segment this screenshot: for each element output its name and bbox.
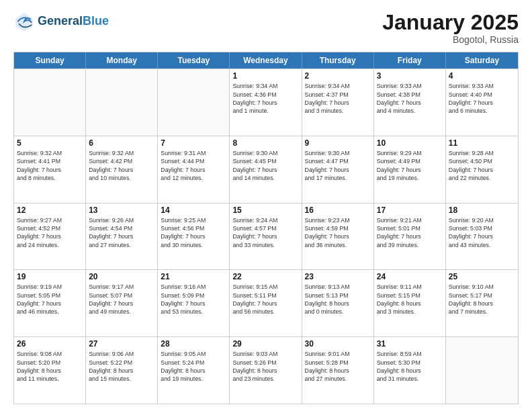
day-info: Sunrise: 9:28 AM Sunset: 4:50 PM Dayligh… (449, 149, 515, 182)
calendar-week-row: 5Sunrise: 9:32 AM Sunset: 4:41 PM Daylig… (14, 136, 518, 203)
day-of-week-header: Friday (374, 52, 446, 68)
calendar-header: SundayMondayTuesdayWednesdayThursdayFrid… (14, 52, 518, 68)
title-block: January 2025 Bogotol, Russia (382, 11, 519, 45)
day-number: 20 (89, 272, 154, 281)
calendar-cell: 10Sunrise: 9:29 AM Sunset: 4:49 PM Dayli… (374, 136, 446, 203)
day-number: 9 (305, 138, 371, 148)
day-number: 6 (89, 138, 154, 148)
day-number: 25 (449, 272, 515, 281)
day-info: Sunrise: 9:30 AM Sunset: 4:47 PM Dayligh… (305, 149, 371, 182)
calendar-cell: 11Sunrise: 9:28 AM Sunset: 4:50 PM Dayli… (446, 136, 518, 203)
day-number: 19 (17, 272, 83, 281)
day-number: 23 (305, 272, 371, 281)
day-info: Sunrise: 9:11 AM Sunset: 5:15 PM Dayligh… (377, 283, 443, 316)
calendar-cell: 16Sunrise: 9:23 AM Sunset: 4:59 PM Dayli… (302, 203, 374, 270)
calendar-cell: 4Sunrise: 9:33 AM Sunset: 4:40 PM Daylig… (446, 69, 518, 136)
day-of-week-header: Sunday (14, 52, 86, 68)
day-info: Sunrise: 9:26 AM Sunset: 4:54 PM Dayligh… (89, 216, 154, 249)
day-info: Sunrise: 9:05 AM Sunset: 5:24 PM Dayligh… (161, 350, 226, 383)
header: GeneralBlue January 2025 Bogotol, Russia (13, 11, 519, 45)
calendar-cell: 2Sunrise: 9:34 AM Sunset: 4:37 PM Daylig… (302, 69, 374, 136)
calendar: SundayMondayTuesdayWednesdayThursdayFrid… (13, 52, 519, 404)
logo-line1: GeneralBlue (38, 15, 109, 28)
calendar-cell: 19Sunrise: 9:19 AM Sunset: 5:05 PM Dayli… (14, 270, 86, 336)
calendar-cell: 3Sunrise: 9:33 AM Sunset: 4:38 PM Daylig… (374, 69, 446, 136)
day-number: 11 (449, 138, 515, 148)
day-info: Sunrise: 9:31 AM Sunset: 4:44 PM Dayligh… (161, 149, 226, 182)
calendar-cell: 5Sunrise: 9:32 AM Sunset: 4:41 PM Daylig… (14, 136, 86, 203)
calendar-cell (158, 69, 230, 136)
calendar-cell: 1Sunrise: 9:34 AM Sunset: 4:36 PM Daylig… (230, 69, 302, 136)
calendar-week-row: 1Sunrise: 9:34 AM Sunset: 4:36 PM Daylig… (14, 68, 518, 136)
day-info: Sunrise: 9:21 AM Sunset: 5:01 PM Dayligh… (377, 216, 443, 249)
day-info: Sunrise: 9:23 AM Sunset: 4:59 PM Dayligh… (305, 216, 371, 249)
calendar-cell: 26Sunrise: 9:08 AM Sunset: 5:20 PM Dayli… (14, 337, 86, 404)
day-info: Sunrise: 9:29 AM Sunset: 4:49 PM Dayligh… (377, 149, 443, 182)
calendar-week-row: 12Sunrise: 9:27 AM Sunset: 4:52 PM Dayli… (14, 203, 518, 270)
day-number: 1 (232, 71, 298, 81)
calendar-cell: 20Sunrise: 9:17 AM Sunset: 5:07 PM Dayli… (86, 270, 158, 336)
day-number: 3 (377, 71, 443, 81)
day-number: 10 (377, 138, 443, 148)
calendar-cell: 14Sunrise: 9:25 AM Sunset: 4:56 PM Dayli… (158, 203, 230, 270)
calendar-cell: 22Sunrise: 9:15 AM Sunset: 5:11 PM Dayli… (230, 270, 302, 336)
logo: GeneralBlue (13, 11, 109, 32)
day-number: 13 (89, 205, 154, 215)
day-number: 27 (89, 339, 154, 349)
calendar-cell: 9Sunrise: 9:30 AM Sunset: 4:47 PM Daylig… (302, 136, 374, 203)
day-number: 26 (17, 339, 83, 349)
calendar-cell: 6Sunrise: 9:32 AM Sunset: 4:42 PM Daylig… (86, 136, 158, 203)
day-info: Sunrise: 8:59 AM Sunset: 5:30 PM Dayligh… (377, 350, 443, 383)
day-number: 4 (449, 71, 515, 81)
day-info: Sunrise: 9:06 AM Sunset: 5:22 PM Dayligh… (89, 350, 154, 383)
day-number: 16 (305, 205, 371, 215)
calendar-cell: 29Sunrise: 9:03 AM Sunset: 5:26 PM Dayli… (230, 337, 302, 404)
day-info: Sunrise: 9:20 AM Sunset: 5:03 PM Dayligh… (449, 216, 515, 249)
day-info: Sunrise: 9:27 AM Sunset: 4:52 PM Dayligh… (17, 216, 83, 249)
day-number: 29 (232, 339, 298, 349)
calendar-cell: 21Sunrise: 9:16 AM Sunset: 5:09 PM Dayli… (158, 270, 230, 336)
calendar-body: 1Sunrise: 9:34 AM Sunset: 4:36 PM Daylig… (14, 68, 518, 404)
calendar-week-row: 19Sunrise: 9:19 AM Sunset: 5:05 PM Dayli… (14, 269, 518, 336)
month-title: January 2025 (382, 11, 519, 34)
day-number: 12 (17, 205, 83, 215)
day-of-week-header: Monday (86, 52, 158, 68)
calendar-cell: 7Sunrise: 9:31 AM Sunset: 4:44 PM Daylig… (158, 136, 230, 203)
calendar-week-row: 26Sunrise: 9:08 AM Sunset: 5:20 PM Dayli… (14, 336, 518, 404)
day-number: 28 (161, 339, 226, 349)
day-number: 7 (161, 138, 226, 148)
calendar-cell: 13Sunrise: 9:26 AM Sunset: 4:54 PM Dayli… (86, 203, 158, 270)
calendar-cell: 8Sunrise: 9:30 AM Sunset: 4:45 PM Daylig… (230, 136, 302, 203)
day-info: Sunrise: 9:15 AM Sunset: 5:11 PM Dayligh… (232, 283, 298, 316)
calendar-cell (446, 337, 518, 404)
day-number: 17 (377, 205, 443, 215)
day-number: 8 (232, 138, 298, 148)
day-info: Sunrise: 9:24 AM Sunset: 4:57 PM Dayligh… (232, 216, 298, 249)
day-number: 21 (161, 272, 226, 281)
day-of-week-header: Tuesday (158, 52, 230, 68)
day-number: 15 (232, 205, 298, 215)
day-number: 31 (377, 339, 443, 349)
day-info: Sunrise: 9:32 AM Sunset: 4:41 PM Dayligh… (17, 149, 83, 182)
calendar-cell (14, 69, 86, 136)
day-info: Sunrise: 9:17 AM Sunset: 5:07 PM Dayligh… (89, 283, 154, 316)
day-info: Sunrise: 9:13 AM Sunset: 5:13 PM Dayligh… (305, 283, 371, 316)
day-of-week-header: Thursday (302, 52, 374, 68)
logo-text-block: GeneralBlue (38, 15, 109, 28)
day-info: Sunrise: 9:33 AM Sunset: 4:40 PM Dayligh… (449, 82, 515, 115)
logo-icon (13, 11, 35, 32)
day-number: 2 (305, 71, 371, 81)
calendar-cell: 25Sunrise: 9:10 AM Sunset: 5:17 PM Dayli… (446, 270, 518, 336)
calendar-cell: 17Sunrise: 9:21 AM Sunset: 5:01 PM Dayli… (374, 203, 446, 270)
calendar-cell (86, 69, 158, 136)
calendar-cell: 23Sunrise: 9:13 AM Sunset: 5:13 PM Dayli… (302, 270, 374, 336)
calendar-cell: 28Sunrise: 9:05 AM Sunset: 5:24 PM Dayli… (158, 337, 230, 404)
day-info: Sunrise: 9:01 AM Sunset: 5:28 PM Dayligh… (305, 350, 371, 383)
location: Bogotol, Russia (382, 34, 519, 45)
day-info: Sunrise: 9:33 AM Sunset: 4:38 PM Dayligh… (377, 82, 443, 115)
calendar-cell: 12Sunrise: 9:27 AM Sunset: 4:52 PM Dayli… (14, 203, 86, 270)
day-number: 22 (232, 272, 298, 281)
day-info: Sunrise: 9:34 AM Sunset: 4:36 PM Dayligh… (232, 82, 298, 115)
day-number: 24 (377, 272, 443, 281)
day-info: Sunrise: 9:25 AM Sunset: 4:56 PM Dayligh… (161, 216, 226, 249)
